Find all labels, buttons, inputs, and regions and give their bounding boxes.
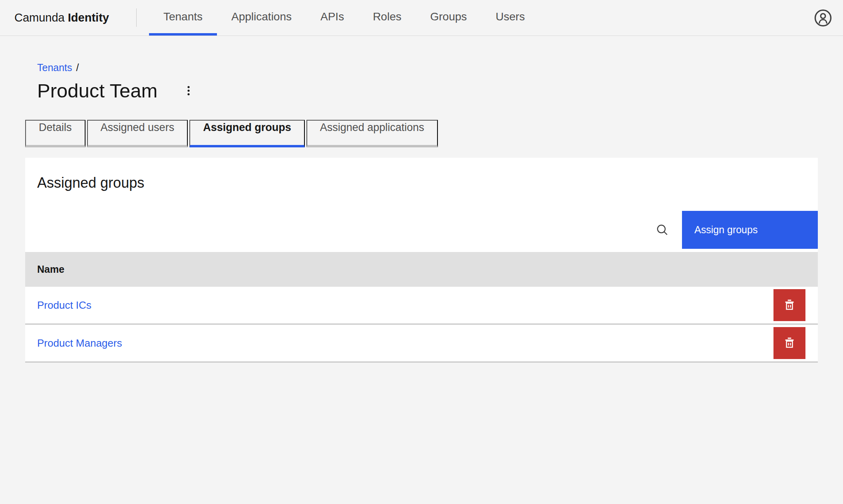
brand-product: Identity bbox=[68, 11, 109, 24]
table-row: Product Managers bbox=[25, 325, 818, 363]
breadcrumb: Tenants/ bbox=[37, 61, 818, 74]
nav-item-applications[interactable]: Applications bbox=[217, 0, 306, 36]
tab-assigned-applications[interactable]: Assigned applications bbox=[306, 120, 438, 147]
assign-groups-button[interactable]: Assign groups bbox=[682, 211, 818, 249]
group-link-product-managers[interactable]: Product Managers bbox=[37, 337, 122, 349]
primary-nav: Tenants Applications APIs Roles Groups U… bbox=[149, 0, 539, 36]
account-button[interactable] bbox=[813, 8, 833, 28]
trash-can-icon bbox=[783, 336, 796, 350]
trash-can-icon bbox=[783, 298, 796, 312]
breadcrumb-separator: / bbox=[76, 62, 79, 73]
nav-item-groups[interactable]: Groups bbox=[416, 0, 481, 36]
overflow-menu-button[interactable] bbox=[180, 82, 197, 99]
nav-item-users[interactable]: Users bbox=[481, 0, 539, 36]
breadcrumb-link-tenants[interactable]: Tenants bbox=[37, 62, 72, 73]
brand-name: Camunda bbox=[14, 11, 65, 24]
detail-tabs: Details Assigned users Assigned groups A… bbox=[25, 120, 818, 147]
vertical-ellipsis-icon bbox=[186, 84, 191, 97]
header-divider bbox=[136, 8, 137, 27]
column-header-name: Name bbox=[37, 264, 64, 275]
title-row: Product Team bbox=[37, 79, 818, 102]
tab-details[interactable]: Details bbox=[25, 120, 85, 147]
nav-item-tenants[interactable]: Tenants bbox=[149, 0, 217, 36]
page-title: Product Team bbox=[37, 79, 157, 102]
app-header: Camunda Identity Tenants Applications AP… bbox=[0, 0, 843, 36]
assigned-groups-panel: Assigned groups Assign groups Name Produ… bbox=[25, 158, 818, 363]
nav-item-apis[interactable]: APIs bbox=[306, 0, 358, 36]
tab-assigned-groups[interactable]: Assigned groups bbox=[189, 120, 305, 147]
page-content: Tenants/ Product Team Details Assigned u… bbox=[0, 61, 843, 363]
table-toolbar: Assign groups bbox=[25, 211, 818, 249]
app-brand: Camunda Identity bbox=[14, 11, 109, 24]
tab-assigned-users[interactable]: Assigned users bbox=[87, 120, 188, 147]
panel-heading: Assigned groups bbox=[25, 158, 818, 192]
search-icon bbox=[656, 223, 669, 237]
table-header-row: Name bbox=[25, 252, 818, 287]
delete-group-button[interactable] bbox=[773, 289, 805, 321]
table-row: Product ICs bbox=[25, 287, 818, 325]
search-button[interactable] bbox=[654, 221, 671, 239]
nav-item-roles[interactable]: Roles bbox=[358, 0, 416, 36]
group-link-product-ics[interactable]: Product ICs bbox=[37, 299, 91, 312]
delete-group-button[interactable] bbox=[773, 327, 805, 359]
user-avatar-icon bbox=[814, 9, 832, 27]
